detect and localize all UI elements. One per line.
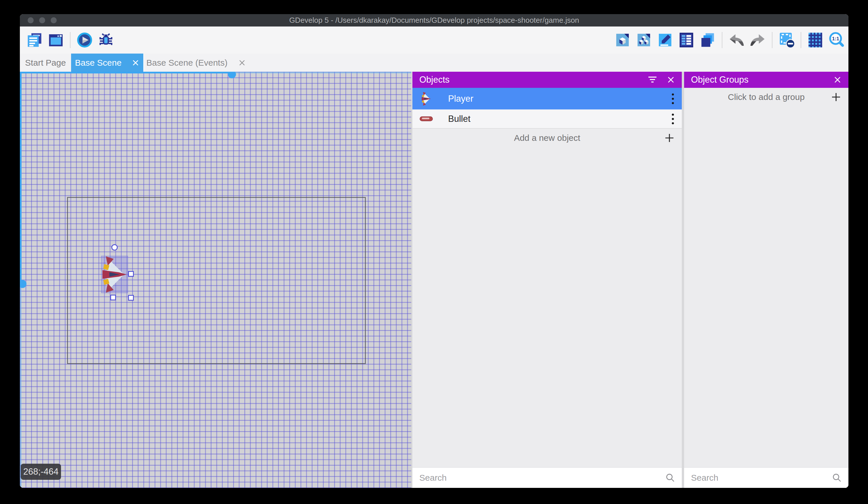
close-window-button[interactable]	[28, 17, 34, 23]
zoom-window-button[interactable]	[51, 17, 57, 23]
panel-gap	[682, 72, 684, 488]
object-groups-editor-icon[interactable]	[636, 32, 652, 48]
window-mask-icon[interactable]	[778, 32, 795, 48]
tab-label: Base Scene	[75, 58, 122, 68]
close-tab-icon[interactable]	[238, 59, 246, 67]
search-icon[interactable]	[832, 473, 842, 483]
groups-searchbar	[684, 467, 848, 488]
project-manager-icon[interactable]	[26, 32, 43, 48]
object-name: Player	[448, 94, 671, 104]
filter-icon[interactable]	[648, 76, 657, 83]
add-object-row[interactable]: Add a new object	[412, 129, 682, 147]
debug-icon[interactable]	[97, 32, 114, 48]
toolbar-divider	[722, 32, 722, 48]
minimize-window-button[interactable]	[39, 17, 45, 23]
toolbar-divider	[772, 32, 773, 48]
traffic-lights	[28, 17, 57, 23]
tab-start-page[interactable]: Start Page	[20, 53, 71, 72]
rotate-handle[interactable]	[111, 244, 118, 251]
redo-icon[interactable]	[750, 32, 766, 48]
panel-title: Objects	[419, 74, 638, 85]
object-row-player[interactable]: Player	[412, 88, 682, 109]
editor-tabbar: Start Page Base Scene Base Scene (Events…	[20, 53, 848, 72]
main-content: 268;-464 Objects	[20, 72, 848, 488]
instances-list-icon[interactable]	[678, 32, 695, 48]
objects-search-input[interactable]	[419, 473, 662, 483]
properties-icon[interactable]	[657, 32, 673, 48]
vertical-scrollbar-handle[interactable]	[20, 280, 27, 288]
panel-title: Object Groups	[691, 74, 824, 85]
player-ship-thumbnail	[417, 92, 435, 106]
undo-icon[interactable]	[728, 32, 745, 48]
main-toolbar: 1:1	[20, 27, 848, 53]
object-name: Bullet	[448, 114, 671, 124]
add-group-row[interactable]: Click to add a group	[684, 88, 848, 106]
window-title: GDevelop 5 - /Users/dkarakay/Documents/G…	[289, 16, 579, 25]
plus-icon[interactable]	[664, 132, 675, 145]
selected-instance-player[interactable]	[102, 256, 127, 293]
object-groups-panel-header: Object Groups	[684, 72, 848, 88]
layers-icon[interactable]	[699, 32, 716, 48]
groups-panel-body	[684, 106, 848, 467]
object-groups-panel: Object Groups Click to add a group	[684, 72, 848, 488]
player-ship-sprite	[102, 256, 127, 293]
add-group-label: Click to add a group	[684, 92, 848, 102]
gdevelop-window: GDevelop 5 - /Users/dkarakay/Documents/G…	[20, 14, 848, 488]
tab-label: Start Page	[25, 58, 66, 68]
vertical-scrollbar[interactable]	[20, 72, 22, 488]
plus-icon[interactable]	[830, 92, 841, 104]
play-icon[interactable]	[76, 32, 93, 48]
close-icon[interactable]	[834, 76, 841, 84]
svg-text:1:1: 1:1	[832, 36, 839, 41]
scene-canvas[interactable]: 268;-464	[20, 72, 411, 488]
close-tab-icon[interactable]	[132, 59, 139, 67]
search-icon[interactable]	[665, 473, 675, 483]
tab-base-scene[interactable]: Base Scene	[71, 53, 143, 72]
tab-base-scene-events[interactable]: Base Scene (Events)	[143, 53, 248, 72]
add-object-label: Add a new object	[412, 133, 682, 143]
titlebar: GDevelop 5 - /Users/dkarakay/Documents/G…	[20, 14, 848, 27]
horizontal-scrollbar-handle[interactable]	[228, 72, 236, 78]
toolbar-divider	[800, 32, 801, 48]
objects-editor-icon[interactable]	[614, 32, 631, 48]
groups-search-input[interactable]	[690, 473, 828, 483]
object-menu-icon[interactable]	[671, 112, 675, 125]
objects-panel-header: Objects	[412, 72, 682, 88]
resize-handle-bottom[interactable]	[110, 295, 116, 300]
object-menu-icon[interactable]	[671, 92, 675, 105]
bullet-thumbnail	[417, 117, 435, 121]
toolbar-divider	[70, 32, 71, 48]
objects-panel-body	[412, 147, 682, 467]
grid-icon[interactable]	[807, 32, 824, 48]
object-row-bullet[interactable]: Bullet	[412, 109, 682, 128]
horizontal-scrollbar[interactable]	[20, 72, 411, 73]
resize-handle-corner[interactable]	[128, 295, 134, 301]
scene-window-icon[interactable]	[48, 32, 64, 48]
close-icon[interactable]	[667, 76, 675, 84]
cursor-coordinates-badge: 268;-464	[21, 464, 61, 480]
objects-panel: Objects	[412, 72, 682, 488]
resize-handle-right[interactable]	[128, 271, 134, 277]
tab-label: Base Scene (Events)	[146, 58, 228, 68]
objects-searchbar	[412, 467, 682, 488]
zoom-original-icon[interactable]: 1:1	[828, 32, 845, 48]
